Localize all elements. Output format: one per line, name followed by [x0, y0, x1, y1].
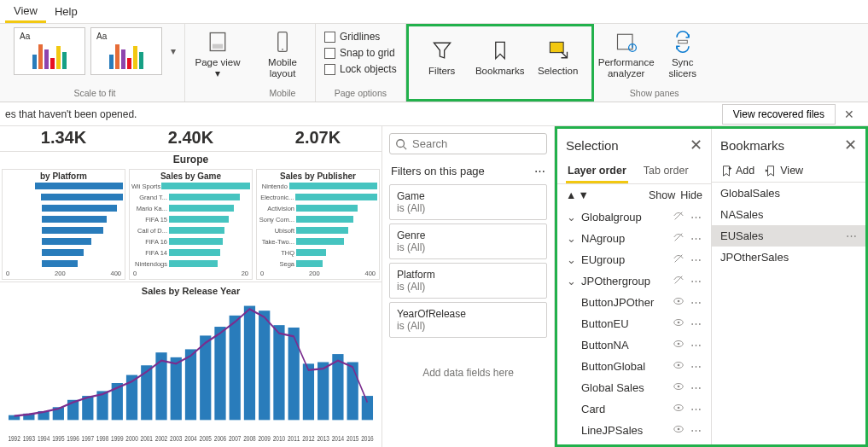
svg-point-78: [678, 428, 680, 431]
show-all-button[interactable]: Show: [649, 189, 675, 201]
kpi-3: 2.07K: [295, 128, 341, 148]
gridlines-checkbox[interactable]: Gridlines: [324, 31, 380, 43]
more-icon[interactable]: ⋯: [690, 381, 702, 394]
mini-chart-1[interactable]: Sales by GameWii SportsGrand T...Mario K…: [129, 169, 253, 280]
more-icon[interactable]: ⋯: [690, 339, 702, 351]
report-canvas: 1.34K 2.40K 2.07K Europe by Platform0200…: [0, 126, 382, 447]
chevron-down-icon[interactable]: ⌄: [566, 211, 576, 224]
info-message: es that haven't been opened.: [5, 108, 137, 120]
hidden-icon[interactable]: [672, 231, 685, 246]
selection-item[interactable]: ⌄NAgroup⋯: [557, 228, 711, 249]
tab-layer-order[interactable]: Layer order: [566, 160, 628, 183]
visible-icon[interactable]: [672, 423, 685, 438]
chevron-down-icon[interactable]: ▾: [171, 45, 176, 57]
bookmark-item[interactable]: GlobalSales: [712, 183, 865, 204]
more-icon[interactable]: ⋯: [690, 253, 702, 266]
filter-card[interactable]: Platformis (All): [389, 263, 547, 299]
filter-icon: [430, 38, 454, 62]
more-icon[interactable]: ⋯: [690, 360, 702, 373]
filter-card[interactable]: YearOfReleaseis (All): [389, 302, 547, 338]
bookmarks-pane-button[interactable]: Bookmarks: [475, 30, 525, 84]
chevron-down-icon[interactable]: ⌄: [566, 275, 576, 287]
visible-icon[interactable]: [672, 402, 685, 416]
bookmark-add-button[interactable]: Add: [720, 165, 754, 177]
selection-item[interactable]: LineJPSales⋯: [557, 420, 711, 441]
hidden-icon[interactable]: [672, 253, 685, 267]
menu-view[interactable]: View: [5, 1, 46, 23]
selection-item[interactable]: ⌄EUgroup⋯: [557, 249, 711, 270]
tab-tab-order[interactable]: Tab order: [642, 160, 690, 183]
selection-pane-button[interactable]: Selection: [533, 30, 583, 84]
hide-all-button[interactable]: Hide: [680, 189, 702, 201]
svg-rect-24: [230, 316, 241, 420]
more-icon[interactable]: ⋯: [690, 275, 702, 287]
selection-item[interactable]: ButtonEU⋯: [557, 313, 711, 334]
visible-icon[interactable]: [672, 316, 685, 331]
selection-item[interactable]: Card⋯: [557, 398, 711, 420]
selection-item[interactable]: ButtonJPOther⋯: [557, 292, 711, 313]
visible-icon[interactable]: [672, 338, 685, 352]
bookmark-item[interactable]: NASales: [712, 204, 865, 225]
view-recovered-files-button[interactable]: View recovered files: [722, 104, 836, 125]
more-icon[interactable]: ⋯: [690, 296, 702, 309]
svg-rect-21: [185, 349, 196, 420]
ribbon-group-scale: Aa Aa ▾ Scale to fit: [5, 24, 185, 102]
bookmarks-pane-title: Bookmarks: [720, 138, 784, 153]
svg-text:2001: 2001: [141, 432, 154, 443]
more-icon[interactable]: ⋯: [690, 211, 702, 224]
ribbon-group-page-view: Page view ▾: [185, 24, 250, 102]
move-up-icon[interactable]: ▲: [566, 189, 576, 201]
bookmarks-pane: Bookmarks ✕ Add View GlobalSalesNASalesE…: [711, 129, 865, 444]
svg-rect-27: [273, 325, 284, 420]
bookmark-view-button[interactable]: View: [765, 165, 803, 177]
bookmark-item[interactable]: JPOtherSales: [712, 247, 865, 268]
svg-point-59: [397, 139, 405, 147]
more-icon[interactable]: ⋯: [846, 229, 857, 242]
sync-slicers-button[interactable]: Sync slicers: [659, 27, 707, 82]
close-infobar-button[interactable]: ✕: [836, 107, 863, 121]
selection-item[interactable]: ButtonNA⋯: [557, 334, 711, 356]
lock-checkbox[interactable]: Lock objects: [324, 63, 397, 75]
selection-item[interactable]: ⌄JPOthergroup⋯: [557, 270, 711, 292]
add-fields-hint[interactable]: Add data fields here: [382, 341, 554, 404]
more-icon[interactable]: ⋯: [690, 424, 702, 437]
visible-icon[interactable]: [672, 359, 685, 374]
snap-checkbox[interactable]: Snap to grid: [324, 47, 395, 59]
chevron-down-icon[interactable]: ⌄: [566, 232, 576, 245]
close-selection-pane[interactable]: ✕: [690, 136, 702, 154]
visible-icon[interactable]: [672, 295, 685, 310]
more-icon[interactable]: ⋯: [690, 317, 702, 330]
close-bookmarks-pane[interactable]: ✕: [844, 136, 857, 154]
stopwatch-icon: [615, 30, 638, 54]
search-input[interactable]: Search: [389, 133, 547, 154]
page-view-button[interactable]: Page view ▾: [194, 27, 242, 82]
move-down-icon[interactable]: ▼: [578, 189, 588, 201]
more-icon[interactable]: ⋯: [690, 232, 702, 245]
hidden-icon[interactable]: [672, 210, 685, 224]
page-thumb-2[interactable]: Aa: [90, 27, 162, 75]
svg-text:2004: 2004: [184, 432, 197, 443]
selection-item[interactable]: ButtonGlobal⋯: [557, 356, 711, 377]
chevron-down-icon[interactable]: ⌄: [566, 253, 576, 266]
selection-item[interactable]: Global Sales⋯: [557, 377, 711, 398]
visible-icon[interactable]: [672, 380, 685, 395]
mini-chart-2[interactable]: Sales by PublisherNintendoElectronic...A…: [256, 169, 380, 280]
svg-text:2003: 2003: [170, 432, 183, 443]
hidden-icon[interactable]: [672, 274, 685, 288]
more-icon[interactable]: ⋯: [690, 403, 702, 415]
more-icon[interactable]: ⋯: [534, 165, 545, 177]
info-bar: es that haven't been opened. View recove…: [0, 102, 868, 126]
filter-card[interactable]: Genreis (All): [389, 224, 547, 259]
menu-help[interactable]: Help: [46, 2, 86, 21]
page-thumb-1[interactable]: Aa: [14, 27, 85, 75]
filter-card[interactable]: Gameis (All): [389, 184, 547, 220]
filters-pane-button[interactable]: Filters: [417, 30, 467, 84]
bookmark-item[interactable]: EUSales⋯: [712, 225, 865, 247]
mobile-layout-button[interactable]: Mobile layout: [259, 27, 306, 82]
svg-rect-31: [332, 354, 343, 420]
mini-chart-0[interactable]: by Platform0200400: [2, 169, 125, 280]
selection-item[interactable]: ⌄Globalgroup⋯: [557, 206, 711, 228]
perf-analyzer-button[interactable]: Performance analyzer: [603, 27, 650, 82]
svg-rect-26: [259, 311, 270, 420]
svg-point-66: [678, 300, 680, 303]
